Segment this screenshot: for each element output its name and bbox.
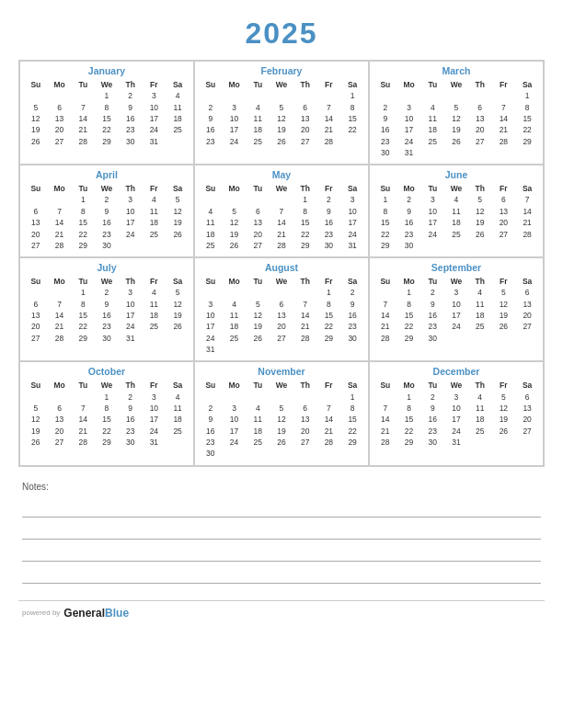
day-cell: 0 (71, 391, 95, 402)
day-cell: 23 (373, 136, 397, 147)
day-cell: 6 (48, 101, 72, 112)
day-cell: 31 (340, 240, 364, 251)
day-cell: 21 (492, 124, 516, 135)
day-cell: 0 (420, 147, 444, 158)
day-cell: 0 (492, 90, 516, 101)
day-cell: 0 (223, 391, 247, 402)
day-header: We (444, 183, 468, 194)
day-cell: 5 (166, 287, 190, 298)
day-cell: 2 (119, 391, 143, 402)
day-cell: 19 (492, 414, 516, 425)
day-cell: 23 (340, 321, 364, 332)
day-cell: 0 (270, 448, 293, 459)
day-cell: 18 (143, 217, 167, 228)
day-cell: 22 (397, 321, 421, 332)
month-table: SuMoTuWeThFrSa00012345678910111213141516… (24, 380, 190, 448)
day-cell: 5 (24, 403, 48, 414)
day-cell: 24 (223, 136, 247, 147)
day-cell: 29 (340, 437, 364, 448)
note-line[interactable] (22, 499, 541, 518)
day-cell: 0 (293, 391, 317, 402)
day-cell: 1 (95, 90, 119, 101)
month-block-december: DecemberSuMoTuWeThFrSa012345678910111213… (369, 361, 544, 465)
month-block-february: FebruarySuMoTuWeThFrSa000000123456789101… (194, 61, 369, 165)
day-cell: 23 (420, 426, 444, 437)
day-cell: 0 (492, 437, 516, 448)
day-cell: 22 (71, 321, 95, 332)
month-name: March (373, 65, 539, 76)
day-cell: 22 (373, 228, 397, 239)
day-cell: 9 (119, 101, 143, 112)
day-cell: 4 (143, 287, 167, 298)
day-header: Th (468, 183, 492, 194)
day-cell: 16 (199, 124, 223, 135)
day-cell: 12 (24, 113, 48, 124)
day-cell: 18 (246, 124, 270, 135)
day-cell: 8 (397, 299, 421, 310)
day-cell: 23 (119, 426, 143, 437)
day-cell: 16 (95, 310, 119, 321)
day-cell: 30 (95, 240, 119, 251)
day-cell: 28 (48, 333, 72, 344)
day-cell: 7 (515, 194, 539, 205)
day-header: Sa (515, 79, 539, 90)
day-cell: 12 (223, 217, 247, 228)
day-header: Fr (492, 183, 516, 194)
day-header: Sa (166, 79, 190, 90)
month-name: September (373, 262, 539, 273)
day-cell: 0 (24, 287, 48, 298)
day-cell: 15 (317, 310, 341, 321)
note-line[interactable] (22, 543, 541, 562)
day-cell: 26 (246, 333, 270, 344)
day-cell: 0 (270, 90, 293, 101)
notes-section: Notes: (18, 482, 545, 587)
day-cell: 0 (166, 437, 190, 448)
day-cell: 19 (444, 124, 468, 135)
page: 2025 JanuarySuMoTuWeThFrSa00012345678910… (0, 0, 563, 728)
day-header: Fr (143, 183, 167, 194)
day-cell: 25 (468, 426, 492, 437)
day-cell: 11 (143, 299, 167, 310)
day-header: Tu (246, 380, 270, 391)
day-cell: 25 (143, 228, 167, 239)
day-cell: 0 (246, 448, 270, 459)
day-header: Tu (420, 276, 444, 287)
day-cell: 17 (223, 124, 247, 135)
day-cell: 20 (515, 310, 539, 321)
day-cell: 17 (444, 310, 468, 321)
day-cell: 9 (397, 206, 421, 217)
day-cell: 18 (444, 217, 468, 228)
day-header: Sa (515, 276, 539, 287)
day-cell: 26 (24, 437, 48, 448)
calendar-grid: JanuarySuMoTuWeThFrSa0001234567891011121… (18, 60, 545, 467)
day-header: We (270, 380, 293, 391)
day-header: We (95, 276, 119, 287)
day-cell: 18 (223, 321, 247, 332)
day-cell: 6 (246, 206, 270, 217)
day-cell: 0 (515, 147, 539, 158)
day-cell: 0 (48, 287, 72, 298)
day-header: We (95, 183, 119, 194)
day-cell: 17 (119, 310, 143, 321)
day-header: Th (119, 276, 143, 287)
day-cell: 0 (199, 90, 223, 101)
day-header: Su (24, 79, 48, 90)
day-cell: 0 (223, 448, 247, 459)
month-block-july: JulySuMoTuWeThFrSa0012345678910111213141… (19, 257, 194, 361)
day-cell: 19 (246, 321, 270, 332)
day-cell: 11 (468, 299, 492, 310)
month-table: SuMoTuWeThFrSa00012345678910111213141516… (24, 79, 190, 147)
day-cell: 0 (48, 194, 72, 205)
day-cell: 10 (223, 414, 247, 425)
day-cell: 27 (24, 333, 48, 344)
day-cell: 26 (468, 228, 492, 239)
day-cell: 14 (293, 310, 317, 321)
day-cell: 18 (468, 414, 492, 425)
day-cell: 0 (48, 90, 72, 101)
day-cell: 26 (166, 228, 190, 239)
note-line[interactable] (22, 565, 541, 584)
note-line[interactable] (22, 521, 541, 540)
month-table: SuMoTuWeThFrSa00000012345678910111213141… (373, 79, 539, 158)
day-cell: 30 (119, 437, 143, 448)
day-cell: 1 (340, 391, 364, 402)
